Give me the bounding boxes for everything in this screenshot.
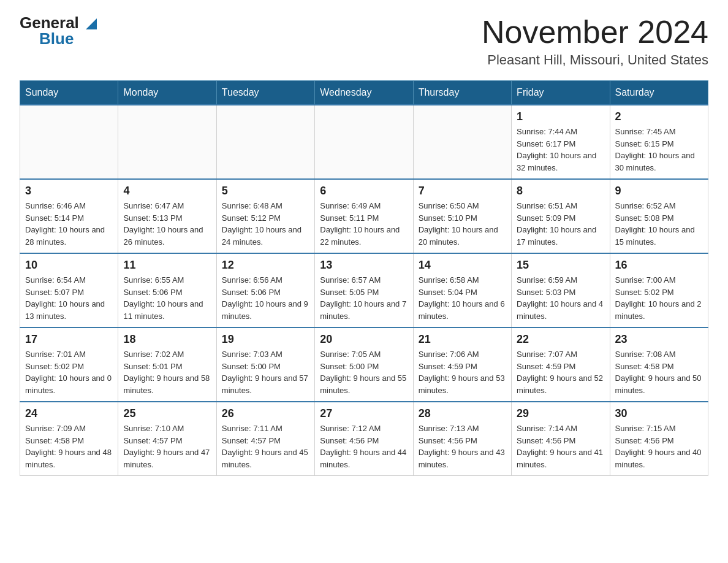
calendar-cell: 3Sunrise: 6:46 AMSunset: 5:14 PMDaylight…: [20, 179, 118, 253]
day-number: 27: [320, 407, 408, 420]
day-info: Sunrise: 7:08 AMSunset: 4:58 PMDaylight:…: [615, 348, 703, 396]
day-info: Sunrise: 6:55 AMSunset: 5:06 PMDaylight:…: [123, 274, 211, 322]
weekday-header-thursday: Thursday: [413, 81, 511, 105]
day-info: Sunrise: 7:44 AMSunset: 6:17 PMDaylight:…: [517, 126, 604, 174]
day-number: 16: [615, 259, 703, 272]
day-number: 6: [320, 185, 408, 197]
day-number: 12: [222, 259, 309, 272]
weekday-header-wednesday: Wednesday: [315, 81, 413, 105]
calendar-cell: 9Sunrise: 6:52 AMSunset: 5:08 PMDaylight…: [610, 179, 708, 253]
month-title: November 2024: [482, 15, 708, 50]
day-info: Sunrise: 7:00 AMSunset: 5:02 PMDaylight:…: [615, 274, 703, 322]
calendar-cell: 28Sunrise: 7:13 AMSunset: 4:56 PMDayligh…: [413, 402, 511, 476]
calendar-cell: [118, 105, 216, 179]
day-info: Sunrise: 7:10 AMSunset: 4:57 PMDaylight:…: [123, 423, 211, 470]
weekday-header-friday: Friday: [512, 81, 610, 105]
calendar-cell: 24Sunrise: 7:09 AMSunset: 4:58 PMDayligh…: [20, 402, 118, 476]
calendar-cell: 5Sunrise: 6:48 AMSunset: 5:12 PMDaylight…: [216, 179, 314, 253]
day-number: 17: [25, 333, 113, 346]
day-number: 26: [222, 407, 309, 420]
calendar-cell: 2Sunrise: 7:45 AMSunset: 6:15 PMDaylight…: [610, 105, 708, 179]
calendar-cell: 18Sunrise: 7:02 AMSunset: 5:01 PMDayligh…: [118, 327, 216, 402]
calendar-week-row: 3Sunrise: 6:46 AMSunset: 5:14 PMDaylight…: [20, 179, 708, 253]
calendar-cell: 22Sunrise: 7:07 AMSunset: 4:59 PMDayligh…: [512, 327, 610, 402]
day-number: 5: [222, 185, 309, 197]
logo-blue: Blue: [20, 31, 97, 47]
day-number: 30: [615, 407, 703, 420]
calendar-cell: [413, 105, 511, 179]
day-number: 22: [517, 333, 604, 346]
logo: General Blue: [20, 15, 97, 47]
calendar-cell: 27Sunrise: 7:12 AMSunset: 4:56 PMDayligh…: [315, 402, 413, 476]
day-info: Sunrise: 7:45 AMSunset: 6:15 PMDaylight:…: [615, 126, 703, 174]
day-number: 10: [25, 259, 113, 272]
day-number: 8: [517, 185, 604, 197]
calendar-cell: [216, 105, 314, 179]
day-number: 20: [320, 333, 408, 346]
day-number: 2: [615, 110, 703, 123]
day-info: Sunrise: 7:07 AMSunset: 4:59 PMDaylight:…: [517, 348, 604, 396]
day-info: Sunrise: 7:13 AMSunset: 4:56 PMDaylight:…: [419, 423, 506, 470]
day-info: Sunrise: 7:02 AMSunset: 5:01 PMDaylight:…: [123, 348, 211, 396]
calendar-cell: 14Sunrise: 6:58 AMSunset: 5:04 PMDayligh…: [413, 253, 511, 327]
day-info: Sunrise: 7:09 AMSunset: 4:58 PMDaylight:…: [25, 423, 113, 470]
calendar-cell: 7Sunrise: 6:50 AMSunset: 5:10 PMDaylight…: [413, 179, 511, 253]
calendar-cell: 8Sunrise: 6:51 AMSunset: 5:09 PMDaylight…: [512, 179, 610, 253]
day-number: 24: [25, 407, 113, 420]
calendar-week-row: 17Sunrise: 7:01 AMSunset: 5:02 PMDayligh…: [20, 327, 708, 402]
day-info: Sunrise: 6:51 AMSunset: 5:09 PMDaylight:…: [517, 200, 604, 248]
day-info: Sunrise: 6:58 AMSunset: 5:04 PMDaylight:…: [419, 274, 506, 322]
calendar-cell: 21Sunrise: 7:06 AMSunset: 4:59 PMDayligh…: [413, 327, 511, 402]
weekday-header-tuesday: Tuesday: [216, 81, 314, 105]
day-info: Sunrise: 7:12 AMSunset: 4:56 PMDaylight:…: [320, 423, 408, 470]
calendar-cell: 29Sunrise: 7:14 AMSunset: 4:56 PMDayligh…: [512, 402, 610, 476]
calendar-cell: 17Sunrise: 7:01 AMSunset: 5:02 PMDayligh…: [20, 327, 118, 402]
day-info: Sunrise: 6:56 AMSunset: 5:06 PMDaylight:…: [222, 274, 309, 322]
calendar-cell: [20, 105, 118, 179]
day-info: Sunrise: 7:05 AMSunset: 5:00 PMDaylight:…: [320, 348, 408, 396]
day-info: Sunrise: 6:46 AMSunset: 5:14 PMDaylight:…: [25, 200, 113, 248]
day-number: 23: [615, 333, 703, 346]
calendar-cell: 26Sunrise: 7:11 AMSunset: 4:57 PMDayligh…: [216, 402, 314, 476]
calendar-cell: 11Sunrise: 6:55 AMSunset: 5:06 PMDayligh…: [118, 253, 216, 327]
day-number: 1: [517, 110, 604, 123]
weekday-header-saturday: Saturday: [610, 81, 708, 105]
day-number: 11: [123, 259, 211, 272]
day-number: 28: [419, 407, 506, 420]
day-info: Sunrise: 7:01 AMSunset: 5:02 PMDaylight:…: [25, 348, 113, 396]
day-number: 29: [517, 407, 604, 420]
location-subtitle: Pleasant Hill, Missouri, United States: [482, 52, 708, 68]
calendar-cell: 30Sunrise: 7:15 AMSunset: 4:56 PMDayligh…: [610, 402, 708, 476]
weekday-header-monday: Monday: [118, 81, 216, 105]
logo-general: General: [20, 15, 97, 31]
calendar-cell: [315, 105, 413, 179]
calendar-cell: 1Sunrise: 7:44 AMSunset: 6:17 PMDaylight…: [512, 105, 610, 179]
calendar-cell: 23Sunrise: 7:08 AMSunset: 4:58 PMDayligh…: [610, 327, 708, 402]
day-info: Sunrise: 6:50 AMSunset: 5:10 PMDaylight:…: [419, 200, 506, 248]
day-info: Sunrise: 6:49 AMSunset: 5:11 PMDaylight:…: [320, 200, 408, 248]
day-number: 7: [419, 185, 506, 197]
weekday-header-sunday: Sunday: [20, 81, 118, 105]
day-info: Sunrise: 7:15 AMSunset: 4:56 PMDaylight:…: [615, 423, 703, 470]
calendar-cell: 6Sunrise: 6:49 AMSunset: 5:11 PMDaylight…: [315, 179, 413, 253]
calendar-table: SundayMondayTuesdayWednesdayThursdayFrid…: [20, 80, 708, 476]
day-number: 14: [419, 259, 506, 272]
day-number: 18: [123, 333, 211, 346]
calendar-cell: 19Sunrise: 7:03 AMSunset: 5:00 PMDayligh…: [216, 327, 314, 402]
day-info: Sunrise: 6:48 AMSunset: 5:12 PMDaylight:…: [222, 200, 309, 248]
day-info: Sunrise: 6:57 AMSunset: 5:05 PMDaylight:…: [320, 274, 408, 322]
calendar-cell: 12Sunrise: 6:56 AMSunset: 5:06 PMDayligh…: [216, 253, 314, 327]
calendar-cell: 20Sunrise: 7:05 AMSunset: 5:00 PMDayligh…: [315, 327, 413, 402]
day-number: 25: [123, 407, 211, 420]
calendar-week-row: 24Sunrise: 7:09 AMSunset: 4:58 PMDayligh…: [20, 402, 708, 476]
day-info: Sunrise: 6:47 AMSunset: 5:13 PMDaylight:…: [123, 200, 211, 248]
calendar-week-row: 10Sunrise: 6:54 AMSunset: 5:07 PMDayligh…: [20, 253, 708, 327]
day-number: 19: [222, 333, 309, 346]
calendar-cell: 15Sunrise: 6:59 AMSunset: 5:03 PMDayligh…: [512, 253, 610, 327]
day-info: Sunrise: 6:54 AMSunset: 5:07 PMDaylight:…: [25, 274, 113, 322]
page-header: General Blue November 2024 Pleasant Hill…: [20, 15, 708, 68]
weekday-header-row: SundayMondayTuesdayWednesdayThursdayFrid…: [20, 81, 708, 105]
day-number: 15: [517, 259, 604, 272]
calendar-cell: 25Sunrise: 7:10 AMSunset: 4:57 PMDayligh…: [118, 402, 216, 476]
calendar-cell: 4Sunrise: 6:47 AMSunset: 5:13 PMDaylight…: [118, 179, 216, 253]
